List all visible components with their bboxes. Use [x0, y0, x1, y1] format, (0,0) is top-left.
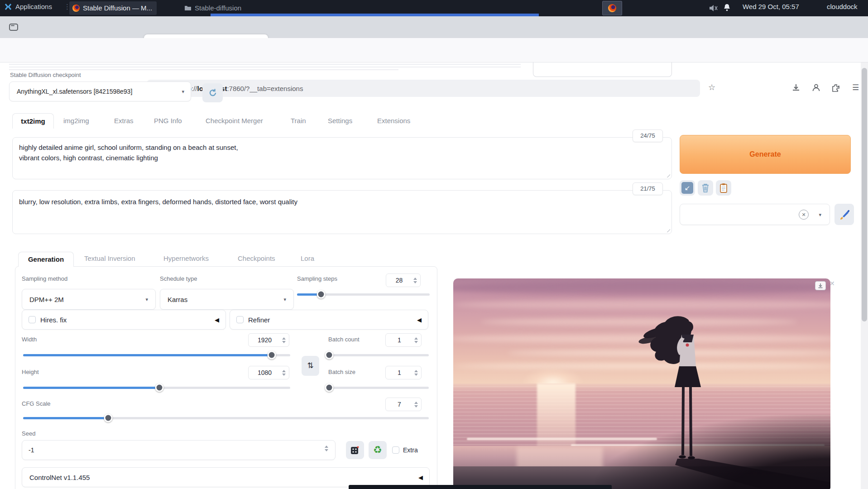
refiner-checkbox[interactable] [236, 316, 244, 323]
resize-handle[interactable] [666, 228, 670, 232]
hires-fix-checkbox[interactable] [29, 316, 36, 323]
negative-text: blurry, low resolution, extra limbs, ext… [19, 198, 297, 206]
spinner-icon[interactable] [413, 337, 419, 343]
subtab-checkpoints[interactable]: Checkpoints [238, 254, 275, 262]
collapse-arrow-icon[interactable]: ◀ [418, 474, 423, 481]
schedule-type-dropdown[interactable]: Karras ▾ [160, 289, 294, 310]
resize-handle[interactable] [666, 173, 670, 177]
tab-txt2img[interactable]: txt2img [12, 113, 54, 129]
tab-extras[interactable]: Extras [114, 117, 134, 125]
cfg-scale-slider[interactable] [23, 415, 429, 421]
batch-size-input[interactable]: 1 [385, 366, 422, 379]
tab-img2img[interactable]: img2img [63, 117, 89, 125]
downloads-icon[interactable] [792, 84, 800, 92]
spinner-icon[interactable] [412, 278, 418, 283]
bookmark-star-icon[interactable]: ☆ [708, 82, 715, 92]
batch-count-input[interactable]: 1 [385, 333, 422, 347]
clear-prompt-trash-button[interactable] [698, 180, 713, 196]
width-input[interactable]: 1920 [248, 333, 289, 347]
screen: Applications ⋮ Stable Diffusion — M... S… [0, 0, 868, 489]
subtab-hypernetworks[interactable]: Hypernetworks [163, 254, 209, 262]
seed-extra-label: Extra [403, 446, 418, 454]
edit-styles-button[interactable] [834, 204, 854, 225]
generated-image[interactable] [453, 278, 830, 489]
sampling-steps-value: 28 [386, 277, 412, 284]
clear-styles-icon[interactable]: ✕ [799, 210, 809, 220]
spinner-icon[interactable] [413, 402, 419, 408]
paste-params-button[interactable]: ↙ [680, 180, 695, 196]
tab-train[interactable]: Train [291, 117, 306, 125]
checkpoint-dropdown[interactable]: AnythingXL_xl.safetensors [8421598e93] ▾ [9, 82, 191, 101]
styles-dropdown[interactable]: ✕ ▾ [680, 204, 830, 225]
applications-logo-icon [5, 3, 12, 10]
refresh-checkpoint-button[interactable] [202, 83, 223, 102]
width-label: Width [22, 336, 37, 343]
spinner-icon[interactable] [281, 337, 287, 343]
seed-input[interactable]: -1 [22, 440, 336, 460]
spinner-icon[interactable] [323, 446, 330, 451]
apply-styles-clipboard-button[interactable] [716, 180, 731, 196]
slider-knob[interactable] [317, 290, 325, 299]
generate-button[interactable]: Generate [680, 135, 851, 174]
taskbar-firefox-launcher[interactable] [602, 1, 622, 15]
slider-knob[interactable] [155, 384, 163, 392]
cfg-scale-input[interactable]: 7 [385, 398, 422, 411]
notifications-bell-icon[interactable] [724, 4, 730, 12]
clock[interactable]: Wed 29 Oct, 05:57 [743, 0, 799, 14]
height-slider[interactable] [23, 384, 290, 391]
tab-extensions[interactable]: Extensions [377, 117, 410, 125]
menu-hamburger-icon[interactable]: ☰ [852, 83, 859, 92]
url-text[interactable]: http://localhost:7860/?__tab=extensions [180, 85, 303, 92]
image-close-icon[interactable]: ✕ [830, 280, 835, 287]
batch-size-label: Batch size [328, 369, 355, 375]
collapse-arrow-icon[interactable]: ◀ [215, 316, 219, 323]
taskbar-window-stable-diffusion[interactable]: Stable Diffusion — M... [69, 1, 157, 15]
hires-fix-accordion[interactable]: Hires. fix ◀ [22, 310, 226, 330]
batch-count-slider[interactable] [329, 352, 429, 358]
prompt-textarea[interactable]: highly detailed anime girl, school unifo… [12, 137, 672, 179]
image-download-button[interactable] [815, 281, 826, 290]
firefox-view-icon[interactable] [9, 24, 18, 31]
slider-knob[interactable] [267, 351, 276, 360]
sampling-method-dropdown[interactable]: DPM++ 2M ▾ [22, 289, 156, 310]
refiner-accordion[interactable]: Refiner ◀ [230, 310, 428, 330]
slider-knob[interactable] [104, 414, 113, 422]
page-remnant-line [9, 64, 521, 65]
subtab-textual-inversion[interactable]: Textual Inversion [84, 254, 135, 262]
audio-muted-icon[interactable] [709, 5, 718, 12]
random-seed-dice-button[interactable] [346, 441, 364, 459]
collapse-arrow-icon[interactable]: ◀ [417, 316, 422, 323]
page-scrollbar-thumb[interactable] [862, 68, 867, 321]
seed-value: -1 [29, 446, 34, 454]
taskbar-window-folder[interactable]: Stable-diffusion [181, 1, 246, 15]
slider-knob[interactable] [325, 351, 334, 360]
cfg-scale-value: 7 [386, 401, 413, 408]
tab-settings[interactable]: Settings [328, 117, 352, 125]
checkpoint-value: AnythingXL_xl.safetensors [8421598e93] [17, 88, 132, 95]
swap-dimensions-button[interactable]: ⇅ [302, 356, 319, 376]
sampling-steps-label: Sampling steps [297, 275, 337, 282]
applications-menu[interactable]: Applications [15, 0, 52, 14]
slider-knob[interactable] [325, 384, 334, 392]
account-profile-icon[interactable] [812, 83, 820, 92]
seed-extra-checkbox[interactable] [392, 446, 399, 454]
chevron-down-icon[interactable]: ▾ [819, 212, 821, 218]
sampling-steps-slider[interactable] [297, 291, 430, 297]
height-input[interactable]: 1080 [248, 366, 289, 379]
prompt-line2: vibrant colors, high contrast, cinematic… [19, 154, 158, 162]
reuse-seed-recycle-button[interactable]: ♻ [369, 441, 387, 459]
subtab-generation[interactable]: Generation [18, 252, 74, 267]
sampling-steps-input[interactable]: 28 [386, 273, 421, 287]
tab-checkpoint-merger[interactable]: Checkpoint Merger [206, 117, 263, 125]
extensions-puzzle-icon[interactable] [832, 84, 840, 92]
spinner-icon[interactable] [413, 370, 419, 376]
tab-png-info[interactable]: PNG Info [154, 117, 182, 125]
subtab-lora[interactable]: Lora [301, 254, 314, 262]
spinner-icon[interactable] [281, 370, 287, 376]
batch-size-slider[interactable] [329, 384, 429, 391]
firefox-icon [72, 5, 80, 12]
firefox-icon [608, 4, 616, 12]
width-slider[interactable] [23, 352, 290, 358]
negative-prompt-textarea[interactable]: blurry, low resolution, extra limbs, ext… [12, 190, 672, 234]
controlnet-accordion[interactable]: ControlNet v1.1.455 ◀ [22, 467, 430, 487]
